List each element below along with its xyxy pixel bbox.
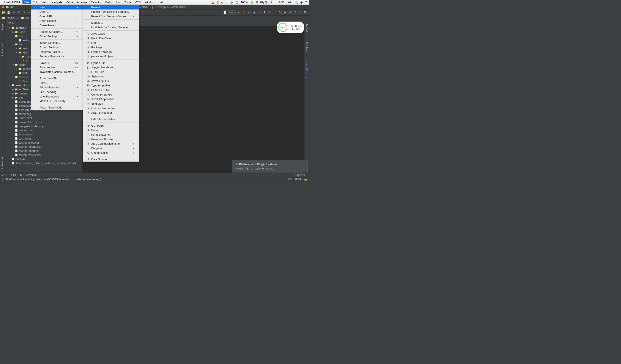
- tree-item[interactable]: 📄testng-reports.css: [5, 145, 82, 149]
- menu-item[interactable]: New▶: [31, 5, 83, 10]
- menu-item[interactable]: Power Save Mode: [31, 105, 83, 110]
- open-icon[interactable]: 📂: [1, 10, 6, 15]
- menu-help[interactable]: Help: [156, 0, 166, 4]
- menu-item[interactable]: rResource Bundle: [83, 137, 139, 141]
- tree-item[interactable]: 📄testng-results.xml: [5, 153, 82, 157]
- todo-tab[interactable]: ✓ 6: TODO: [2, 173, 16, 177]
- lock-icon[interactable]: 🔒: [304, 178, 307, 181]
- line-separator[interactable]: LF: [288, 178, 292, 181]
- ant-build-tab[interactable]: Ant Build: [306, 22, 308, 34]
- menu-vcs[interactable]: VCS: [133, 0, 143, 4]
- menu-item[interactable]: CFCFML/CFC file: [83, 88, 139, 92]
- terminal-tab[interactable]: ▣ 8: Terminal: [19, 173, 36, 177]
- menu-item[interactable]: gGherkin feature file: [83, 106, 139, 110]
- tool-icon[interactable]: ▫: [299, 10, 303, 15]
- menu-item[interactable]: Diagram▶: [83, 146, 139, 150]
- redo-icon[interactable]: ↷: [22, 10, 26, 15]
- network-speed-widget[interactable]: 98% ↑ 68.0 K/s ↓ 4.8 K/s: [277, 22, 304, 33]
- menu-item[interactable]: Export to HTML...: [31, 76, 83, 81]
- menu-item[interactable]: Module...: [83, 20, 139, 25]
- save-icon[interactable]: 💾: [6, 10, 11, 15]
- tree-item[interactable]: 📄testng.css: [5, 136, 82, 141]
- tree-item[interactable]: 📄pom.xml: [5, 157, 82, 161]
- menu-item[interactable]: KKotlin File/Class: [83, 36, 139, 41]
- menu-navigate[interactable]: Navigate: [50, 0, 64, 4]
- hammer-icon[interactable]: 🔨: [278, 10, 282, 15]
- menu-item[interactable]: Make File Read-only: [31, 99, 83, 103]
- creative-cloud-icon[interactable]: ◎: [217, 1, 219, 4]
- bluetooth-icon[interactable]: ⚼: [221, 1, 223, 4]
- stop-icon[interactable]: ■: [257, 10, 261, 15]
- menu-item[interactable]: Invalidate Caches / Restart...: [31, 70, 83, 74]
- menu-item[interactable]: Import Settings...: [31, 41, 83, 45]
- notification-center-icon[interactable]: ☰: [305, 1, 307, 4]
- tree-item[interactable]: 📄skipped.png: [5, 132, 82, 136]
- vcs-update-icon[interactable]: ⬇: [262, 10, 267, 15]
- minimize-window-button[interactable]: [6, 6, 9, 8]
- tree-item[interactable]: 📄testng-reports.js: [5, 149, 82, 153]
- tree-item[interactable]: 📄index.html: [5, 116, 82, 120]
- maven-projects-tab[interactable]: Maven Projects: [306, 60, 308, 79]
- tree-item[interactable]: 📄passed.png: [5, 128, 82, 132]
- menu-item[interactable]: Other Settings▶: [31, 34, 83, 39]
- date[interactable]: 8月6日 周一: [260, 0, 275, 4]
- menu-item[interactable]: Save All⌘S: [31, 61, 83, 65]
- menu-item[interactable]: Project from Existing Sources...: [83, 10, 139, 14]
- menu-item[interactable]: Open...: [31, 10, 83, 14]
- wifi-icon[interactable]: ᯤ: [225, 1, 228, 4]
- menu-item[interactable]: Print...: [31, 81, 83, 85]
- profile-icon[interactable]: ◔: [252, 10, 256, 15]
- menu-item[interactable]: fxJavaFXApplication: [83, 97, 139, 101]
- menu-item[interactable]: Form Snapshot: [83, 132, 139, 137]
- menu-item[interactable]: Project from Version Control▶: [83, 14, 139, 18]
- search-everywhere-icon[interactable]: 🔍: [304, 11, 308, 15]
- time[interactable]: 18:55: [277, 1, 285, 4]
- menu-item[interactable]: fFile: [83, 41, 139, 45]
- notification-icon[interactable]: 🔔: [211, 1, 214, 4]
- menu-build[interactable]: Build: [103, 0, 114, 4]
- run-icon[interactable]: ▶: [237, 10, 241, 15]
- cut-icon[interactable]: ✄: [27, 10, 32, 15]
- tree-item[interactable]: 📄jquery-1.7.1.min.js: [5, 120, 82, 124]
- menu-item[interactable]: Settings Repository...: [31, 54, 83, 59]
- volume-icon[interactable]: 🔈: [230, 1, 234, 4]
- menu-run[interactable]: Run: [114, 0, 122, 4]
- event-log-link[interactable]: https://b...: [295, 173, 307, 177]
- menu-item[interactable]: GGoogle Guice▶: [83, 150, 139, 155]
- spotlight-icon[interactable]: 🔍: [294, 1, 298, 4]
- menu-window[interactable]: Window: [143, 0, 156, 4]
- vcs-commit-icon[interactable]: ⬆: [268, 10, 272, 15]
- menu-file[interactable]: File: [22, 0, 31, 4]
- menu-item[interactable]: HHTML File: [83, 70, 139, 74]
- menu-item[interactable]: dData Source: [83, 157, 139, 162]
- menu-analyze[interactable]: Analyze: [75, 0, 89, 4]
- debug-icon[interactable]: 🐞: [242, 10, 246, 15]
- tree-item[interactable]: 📄navigator-bullet.png: [5, 124, 82, 128]
- menu-item[interactable]: Open URL...: [31, 14, 83, 18]
- menu-item[interactable]: Export Settings...: [31, 45, 83, 50]
- menu-item[interactable]: pPython Package: [83, 50, 139, 54]
- menu-item[interactable]: Close Project: [31, 23, 83, 28]
- menu-item[interactable]: sSingleton: [83, 101, 139, 106]
- menu-code[interactable]: Code: [64, 0, 75, 4]
- help-icon[interactable]: ?: [293, 10, 298, 15]
- menu-item[interactable]: Edit File Templates...: [83, 117, 139, 121]
- undo-icon[interactable]: ↶: [17, 10, 21, 15]
- tree-item[interactable]: 📄Test Results - _Users_maibixin_Desktop_…: [5, 161, 82, 165]
- breadcrumb[interactable]: 📁 TestNG1 〉📁 src: [2, 16, 29, 20]
- user-name[interactable]: bixin: [287, 1, 292, 4]
- menu-item[interactable]: dDialog: [83, 128, 139, 132]
- menu-item[interactable]: Line Separators▶: [31, 94, 83, 99]
- menu-view[interactable]: View: [39, 0, 50, 4]
- airplay-icon[interactable]: ▢: [236, 1, 239, 4]
- siri-icon[interactable]: ◉: [300, 1, 303, 4]
- coverage-icon[interactable]: ▸: [247, 10, 251, 15]
- menu-item[interactable]: JSJavaScript File: [83, 79, 139, 83]
- battery-icon[interactable]: 🔋: [250, 1, 254, 4]
- run-config-selector[interactable]: 📄 g.xml ▾: [223, 10, 236, 15]
- close-window-button[interactable]: [2, 6, 4, 8]
- menu-item[interactable]: xXML Configuration File▶: [83, 141, 139, 146]
- menu-item[interactable]: Add to Favorites▶: [31, 85, 83, 90]
- menu-item[interactable]: pPackage: [83, 45, 139, 50]
- structure-tool-tab[interactable]: 7: Structure: [1, 43, 4, 58]
